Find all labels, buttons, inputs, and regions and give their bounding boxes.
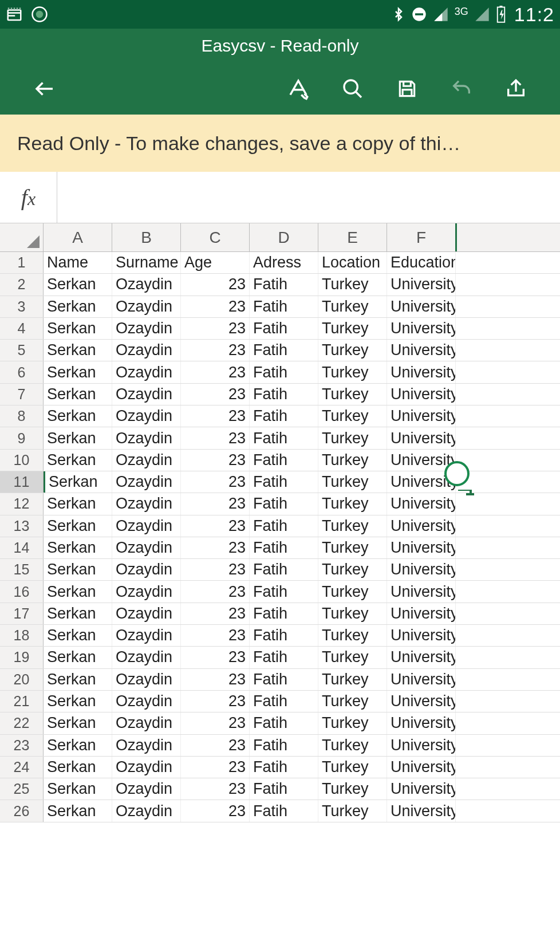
cell[interactable]: 23 [181,647,250,668]
cell[interactable]: Fatih [250,712,318,734]
undo-button[interactable] [434,63,488,115]
cell[interactable]: Turkey [318,361,387,383]
row-header[interactable]: 11 [0,471,44,493]
cell[interactable]: Fatih [250,471,318,493]
cell[interactable]: Ozaydin [112,318,181,339]
cell[interactable]: Ozaydin [112,647,181,668]
cell[interactable]: Serkan [44,691,112,712]
cell[interactable]: Ozaydin [112,274,181,295]
table-row[interactable]: 5SerkanOzaydin23FatihTurkeyUniversity [0,340,560,361]
cell[interactable]: Serkan [44,581,112,602]
cell[interactable]: Turkey [318,340,387,361]
cell[interactable]: Turkey [318,800,387,821]
cell[interactable]: Serkan [44,384,112,405]
cell[interactable]: Ozaydin [112,384,181,405]
cell[interactable]: Turkey [318,735,387,756]
cell[interactable]: University [387,537,456,558]
cell[interactable]: Turkey [318,669,387,690]
cell[interactable]: Serkan [44,735,112,756]
cell[interactable]: University [387,361,456,383]
row-header[interactable]: 5 [0,340,44,361]
row-header[interactable]: 13 [0,515,44,537]
table-row[interactable]: 19SerkanOzaydin23FatihTurkeyUniversity [0,647,560,668]
cell[interactable]: Turkey [318,384,387,405]
cell[interactable]: Name [44,252,112,273]
table-row[interactable]: 11SerkanOzaydin23FatihTurkeyUniversity [0,471,560,493]
row-header[interactable]: 20 [0,669,44,690]
cell[interactable]: Serkan [44,450,112,471]
cell[interactable]: Fatih [250,340,318,361]
cell[interactable]: University [387,712,456,734]
cell[interactable]: Turkey [318,712,387,734]
table-row[interactable]: 1NameSurnameAgeAdressLocationEducation [0,252,560,274]
col-header-C[interactable]: C [181,223,250,251]
row-header[interactable]: 15 [0,559,44,580]
row-header[interactable]: 19 [0,647,44,668]
cell[interactable]: Serkan [44,647,112,668]
cell[interactable]: 23 [181,778,250,800]
cell[interactable]: 23 [181,384,250,405]
cell[interactable]: Ozaydin [112,757,181,778]
cell[interactable]: University [387,581,456,602]
row-header[interactable]: 4 [0,318,44,339]
formula-input[interactable] [57,172,560,223]
cell[interactable]: University [387,427,456,448]
cell[interactable]: Serkan [44,493,112,514]
row-header[interactable]: 18 [0,625,44,646]
table-row[interactable]: 23SerkanOzaydin23FatihTurkeyUniversity [0,735,560,757]
cell[interactable]: 23 [181,625,250,646]
cell[interactable]: Fatih [250,757,318,778]
table-row[interactable]: 26SerkanOzaydin23FatihTurkeyUniversity [0,800,560,822]
cell[interactable]: Ozaydin [112,361,181,383]
table-row[interactable]: 15SerkanOzaydin23FatihTurkeyUniversity [0,559,560,581]
cell[interactable]: University [387,405,456,427]
cell[interactable]: Ozaydin [112,340,181,361]
table-row[interactable]: 4SerkanOzaydin23FatihTurkeyUniversity [0,318,560,340]
cell[interactable]: 23 [181,757,250,778]
cell[interactable]: University [387,669,456,690]
cell[interactable]: 23 [181,340,250,361]
cell[interactable]: Ozaydin [112,559,181,580]
cell[interactable]: Turkey [318,296,387,317]
share-button[interactable] [488,63,543,115]
row-header[interactable]: 3 [0,296,44,317]
cell[interactable]: 23 [181,603,250,624]
row-header[interactable]: 1 [0,252,44,273]
select-all-corner[interactable] [0,223,44,251]
table-row[interactable]: 9SerkanOzaydin23FatihTurkeyUniversity [0,427,560,449]
cell[interactable]: Ozaydin [112,427,181,448]
cell[interactable]: Serkan [44,471,112,493]
cell[interactable]: Turkey [318,647,387,668]
table-row[interactable]: 25SerkanOzaydin23FatihTurkeyUniversity [0,778,560,800]
table-row[interactable]: 6SerkanOzaydin23FatihTurkeyUniversity [0,361,560,383]
cell[interactable]: Serkan [44,757,112,778]
cell[interactable]: Location [318,252,387,273]
cell[interactable]: University [387,340,456,361]
cell[interactable]: Fatih [250,274,318,295]
back-button[interactable] [17,63,72,115]
row-header[interactable]: 2 [0,274,44,295]
cell[interactable]: Serkan [44,669,112,690]
cell[interactable]: Turkey [318,603,387,624]
read-only-banner[interactable]: Read Only - To make changes, save a copy… [0,115,560,172]
cell[interactable]: Fatih [250,559,318,580]
cell[interactable]: Serkan [44,800,112,821]
cell[interactable]: Ozaydin [112,691,181,712]
cell[interactable]: Surname [112,252,181,273]
row-header[interactable]: 17 [0,603,44,624]
cell[interactable]: Fatih [250,735,318,756]
col-header-D[interactable]: D [250,223,318,251]
row-header[interactable]: 9 [0,427,44,448]
cell[interactable]: 23 [181,537,250,558]
row-header[interactable]: 7 [0,384,44,405]
row-header[interactable]: 12 [0,493,44,514]
table-row[interactable]: 12SerkanOzaydin23FatihTurkeyUniversity [0,493,560,515]
cell[interactable]: Fatih [250,384,318,405]
cell[interactable]: 23 [181,493,250,514]
selection-handle[interactable] [444,461,470,486]
cell[interactable]: 23 [181,691,250,712]
cell[interactable]: Ozaydin [112,778,181,800]
row-header[interactable]: 23 [0,735,44,756]
cell[interactable]: Serkan [44,625,112,646]
cell[interactable]: Serkan [44,361,112,383]
